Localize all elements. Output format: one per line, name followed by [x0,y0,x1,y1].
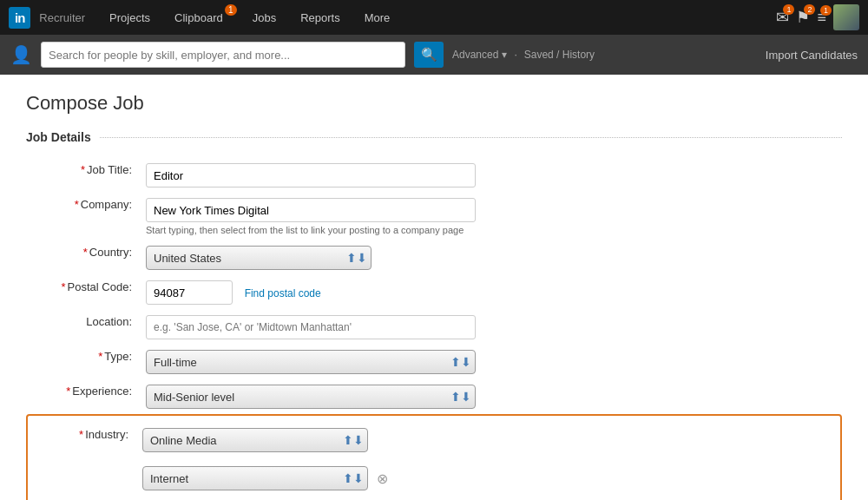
industry-select-row-1: Internet ⬆⬇ ⊗ [142,466,826,490]
person-icon: 👤 [10,44,32,65]
job-title-field [139,158,842,193]
company-hint: Start typing, then select from the list … [146,225,835,235]
avatar[interactable] [833,4,859,30]
search-button[interactable]: 🔍 [414,42,444,68]
country-select-wrapper: United States ⬆⬇ [146,246,372,270]
advanced-link[interactable]: Advanced [452,49,498,61]
experience-select-wrapper: Mid-Senior level ⬆⬇ [146,385,476,409]
experience-label: *Experience: [26,379,139,414]
industry-secondary-field-1: Internet ⬆⬇ ⊗ [135,461,833,499]
type-field: Full-time ⬆⬇ [139,345,842,379]
top-navigation: in Recruiter Projects Clipboard 1 Jobs R… [0,0,868,35]
experience-row: *Experience: Mid-Senior level ⬆⬇ [26,379,842,414]
form-table: *Job Title: *Company: Start typing, then… [26,158,842,500]
search-options: Advanced ▾ · Saved / History [452,49,595,61]
country-field: United States ⬆⬇ [139,240,842,275]
search-input[interactable] [41,42,405,68]
clipboard-badge: 1 [225,4,237,16]
location-field [139,310,842,345]
nav-reports[interactable]: Reports [288,0,352,35]
linkedin-logo: in [9,7,30,29]
country-row: *Country: United States ⬆⬇ [26,240,842,275]
industry-label: *Industry: [31,423,135,461]
job-title-input[interactable] [146,163,476,188]
company-row: *Company: Start typing, then select from… [26,193,842,240]
industry-select-wrapper-0: Online Media ⬆⬇ [142,428,368,452]
flag-icon-btn[interactable]: ⚑ 2 [796,8,810,27]
company-input[interactable] [146,198,476,222]
industry-select-row-0: Online Media ⬆⬇ [142,428,826,452]
job-title-row: *Job Title: [26,158,842,193]
industry-select-1[interactable]: Internet [142,466,368,490]
company-field: Start typing, then select from the list … [139,193,842,240]
industry-select-wrapper-1: Internet ⬆⬇ [142,466,368,490]
type-label: *Type: [26,345,139,379]
nav-right-icons: ✉ 1 ⚑ 2 ≡ 1 [776,4,859,30]
type-row: *Type: Full-time ⬆⬇ [26,345,842,379]
page-content: Compose Job Job Details *Job Title: *Com… [0,75,868,500]
industry-jobfunction-highlight: *Industry: Online Media ⬆⬇ [26,414,842,500]
industry-select-0[interactable]: Online Media [142,428,368,452]
industry-primary-row: *Industry: Online Media ⬆⬇ [31,423,833,461]
page-title: Compose Job [26,92,842,115]
postal-code-label: *Postal Code: [26,275,139,310]
nav-projects[interactable]: Projects [97,0,162,35]
experience-select[interactable]: Mid-Senior level [146,385,476,409]
industry-secondary-row-1: Internet ⬆⬇ ⊗ [31,461,833,499]
mail-badge: 1 [783,4,794,15]
industry-primary-field: Online Media ⬆⬇ [135,423,833,461]
import-candidates-button[interactable]: Import Candidates [766,49,858,62]
country-label: *Country: [26,240,139,275]
company-label: *Company: [26,193,139,240]
experience-field: Mid-Senior level ⬆⬇ [139,379,842,414]
mail-icon-btn[interactable]: ✉ 1 [776,8,789,27]
type-select-wrapper: Full-time ⬆⬇ [146,350,476,374]
highlight-table: *Industry: Online Media ⬆⬇ [31,423,833,500]
app-name: Recruiter [39,0,97,35]
section-divider [100,137,842,138]
nav-clipboard[interactable]: Clipboard 1 [162,0,240,35]
location-label: Location: [26,310,139,345]
highlight-row: *Industry: Online Media ⬆⬇ [26,414,842,500]
postal-code-field: Find postal code [139,275,842,310]
saved-history-link[interactable]: Saved / History [524,49,595,61]
search-bar: 👤 🔍 Advanced ▾ · Saved / History Import … [0,35,868,75]
postal-code-input[interactable] [146,280,233,305]
location-row: Location: [26,310,842,345]
industry-remove-1[interactable]: ⊗ [377,470,388,487]
job-title-label: *Job Title: [26,158,139,193]
find-postal-code-link[interactable]: Find postal code [245,287,321,299]
country-select[interactable]: United States [146,246,372,270]
tasks-icon-btn[interactable]: ≡ 1 [817,9,826,27]
nav-jobs[interactable]: Jobs [240,0,288,35]
flag-badge: 2 [804,4,815,15]
nav-more[interactable]: More [352,0,403,35]
type-select[interactable]: Full-time [146,350,476,374]
location-input[interactable] [146,315,476,339]
tasks-badge: 1 [820,5,832,16]
section-label: Job Details [26,130,91,144]
postal-code-row: *Postal Code: Find postal code [26,275,842,310]
highlight-cell: *Industry: Online Media ⬆⬇ [26,414,842,500]
